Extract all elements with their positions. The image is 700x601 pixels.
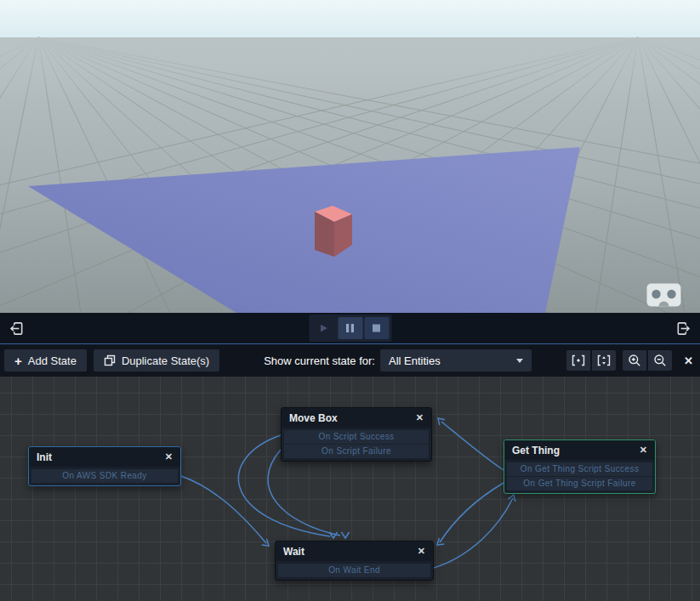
transition-edge[interactable]	[441, 422, 504, 470]
state-node-title: Wait	[283, 546, 304, 558]
transport-controls	[309, 315, 391, 342]
close-icon[interactable]: ✕	[418, 546, 425, 557]
state-node-transitions: On Script SuccessOn Script Failure	[282, 428, 431, 461]
sky	[0, 0, 700, 39]
add-state-label: Add State	[28, 354, 77, 367]
fit-horizontal-button[interactable]	[566, 350, 590, 371]
state-node-wait[interactable]: Wait ✕ On Wait End	[275, 541, 434, 581]
transition-row[interactable]: On Get Thing Script Failure	[507, 477, 652, 490]
state-node-header[interactable]: Wait ✕	[276, 541, 433, 561]
sumerian-editor: + Add State Duplicate State(s) Show curr…	[0, 0, 700, 601]
state-node-transitions: On Wait End	[276, 561, 433, 580]
state-node-title: Get Thing	[512, 445, 560, 456]
zoom-in-icon	[628, 354, 641, 367]
arrowhead-icon	[342, 532, 350, 538]
playback-bar	[0, 313, 700, 344]
close-icon[interactable]: ✕	[416, 412, 424, 423]
close-icon[interactable]: ✕	[165, 451, 173, 462]
3d-viewport[interactable]	[0, 0, 700, 313]
statemachine-graph-canvas[interactable]: Init ✕ On AWS SDK Ready Move Box ✕ On Sc…	[0, 377, 700, 601]
pause-icon	[345, 323, 356, 333]
entity-filter-dropdown[interactable]: All Entities	[380, 349, 532, 371]
exit-right-icon[interactable]	[667, 317, 700, 340]
close-statemachine-button[interactable]: ✕	[684, 354, 693, 367]
exit-left-icon[interactable]	[0, 317, 33, 340]
arrowhead-icon	[508, 493, 517, 502]
transition-edge[interactable]	[181, 476, 266, 543]
show-current-state-label: Show current state for:	[264, 354, 375, 367]
transition-row[interactable]: On Wait End	[278, 564, 430, 577]
horizon-fog	[0, 37, 700, 102]
transition-row[interactable]: On Script Success	[284, 430, 429, 444]
state-node-transitions: On AWS SDK Ready	[29, 467, 180, 485]
3d-scene-render	[0, 0, 700, 313]
fit-vertical-button[interactable]	[592, 350, 616, 371]
arrowhead-icon	[435, 538, 444, 547]
duplicate-icon	[104, 354, 116, 366]
state-node-init[interactable]: Init ✕ On AWS SDK Ready	[28, 446, 181, 486]
state-node-get-thing[interactable]: Get Thing ✕ On Get Thing Script SuccessO…	[504, 439, 656, 494]
statemachine-toolbar: + Add State Duplicate State(s) Show curr…	[0, 344, 700, 377]
fit-vertical-icon	[597, 354, 611, 366]
caret-down-icon	[516, 359, 523, 363]
vr-headset-icon[interactable]	[646, 283, 681, 307]
toolbar-right-icons: ✕	[560, 350, 693, 371]
state-node-title: Move Box	[289, 412, 338, 424]
close-icon: ✕	[684, 354, 693, 367]
close-icon[interactable]: ✕	[640, 445, 647, 456]
pause-button[interactable]	[338, 317, 362, 339]
transition-row[interactable]: On AWS SDK Ready	[31, 469, 178, 483]
duplicate-state-label: Duplicate State(s)	[122, 354, 209, 367]
state-node-title: Init	[37, 451, 52, 463]
add-state-button[interactable]: + Add State	[4, 349, 87, 371]
play-icon	[318, 322, 330, 334]
duplicate-state-button[interactable]: Duplicate State(s)	[94, 349, 219, 371]
state-node-move-box[interactable]: Move Box ✕ On Script SuccessOn Script Fa…	[281, 407, 432, 462]
transition-row[interactable]: On Get Thing Script Success	[507, 462, 652, 476]
zoom-out-button[interactable]	[648, 350, 672, 371]
play-button[interactable]	[311, 317, 336, 339]
fit-horizontal-icon	[572, 354, 585, 366]
entity-filter-value: All Entities	[389, 354, 441, 367]
transition-edge[interactable]	[440, 483, 504, 542]
zoom-out-icon	[653, 354, 667, 367]
zoom-in-button[interactable]	[623, 350, 646, 371]
transition-row[interactable]: On Script Failure	[284, 445, 429, 458]
stop-button[interactable]	[364, 317, 389, 339]
plus-icon: +	[14, 354, 22, 367]
state-node-transitions: On Get Thing Script SuccessOn Get Thing …	[504, 460, 655, 493]
state-node-header[interactable]: Get Thing ✕	[504, 440, 655, 460]
state-node-header[interactable]: Move Box ✕	[282, 408, 431, 428]
stop-icon	[372, 323, 382, 333]
state-node-header[interactable]: Init ✕	[29, 447, 180, 467]
